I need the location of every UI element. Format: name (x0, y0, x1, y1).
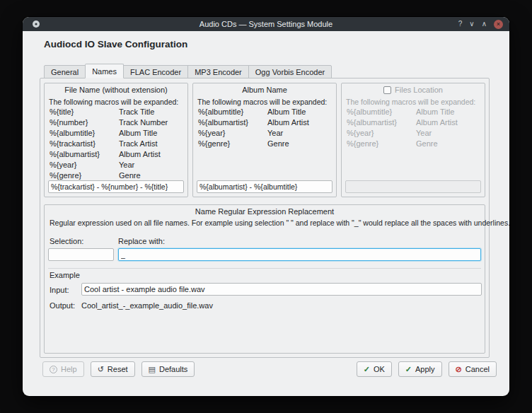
cancel-icon: ⊘ (456, 366, 462, 373)
apply-button[interactable]: ✓ Apply (398, 361, 442, 377)
titlebar: Audio CDs — System Settings Module ? ∨ ∧… (23, 17, 509, 31)
macro-desc: Album Artist (119, 149, 183, 160)
macro-name: %{year} (50, 160, 119, 170)
macro-row: %{albumtitle}Album Title (50, 128, 183, 139)
macro-row: %{year}Year (198, 128, 332, 139)
window-title: Audio CDs — System Settings Module (23, 20, 509, 28)
example-input-label: Input: (50, 286, 69, 294)
tab-mp3-encoder[interactable]: MP3 Encoder (187, 65, 249, 78)
files-location-checkbox[interactable] (383, 86, 391, 94)
cancel-button[interactable]: ⊘ Cancel (449, 361, 497, 377)
macro-row: %{genre}Genre (50, 170, 183, 181)
macro-row: %{number}Track Number (50, 117, 183, 128)
regex-replacement-group: Name Regular Expression Replacement Regu… (44, 204, 485, 354)
macro-name: %{trackartist} (50, 139, 119, 149)
selection-input[interactable] (48, 248, 114, 261)
ok-button[interactable]: ✓ OK (357, 361, 392, 377)
macro-row: %{year}Year (50, 160, 183, 170)
left-buttons: ? Help ↺ Reset ▤ Defaults (42, 361, 195, 377)
macro-list: %{title}Track Title %{number}Track Numbe… (50, 107, 183, 181)
macro-desc: Genre (416, 139, 480, 149)
tab-ogg-vorbis-encoder[interactable]: Ogg Vorbis Encoder (248, 65, 332, 78)
macro-list: %{albumtitle}Album Title %{albumartist}A… (347, 107, 480, 149)
macro-desc: Genre (119, 170, 183, 181)
macro-name: %{albumartist} (198, 117, 267, 128)
macro-desc: Album Title (416, 107, 480, 117)
macro-list: %{albumtitle}Album Title %{albumartist}A… (198, 107, 332, 149)
selection-label: Selection: (50, 237, 83, 245)
macro-row: %{albumtitle}Album Title (198, 107, 332, 117)
macro-row: %{title}Track Title (50, 107, 183, 117)
album-name-pattern-input[interactable] (197, 180, 332, 193)
files-location-pattern-input (345, 180, 481, 193)
tab-general[interactable]: General (44, 65, 86, 78)
help-icon: ? (50, 366, 57, 373)
file-name-group: File Name (without extension) The follow… (44, 83, 188, 197)
tab-bar: General Names FLAC Encoder MP3 Encoder O… (44, 64, 332, 78)
file-name-pattern-input[interactable] (48, 180, 184, 193)
macro-desc: Album Artist (267, 117, 332, 128)
tab-names[interactable]: Names (85, 64, 124, 78)
apply-button-label: Apply (415, 365, 435, 373)
macro-desc: Album Title (119, 128, 183, 139)
macro-name: %{albumtitle} (198, 107, 267, 117)
macro-desc: Track Number (119, 117, 183, 128)
macro-name: %{genre} (347, 139, 416, 149)
macro-row: %{genre}Genre (198, 139, 332, 149)
defaults-button[interactable]: ▤ Defaults (141, 361, 195, 377)
defaults-button-label: Defaults (159, 365, 187, 373)
document-revert-icon: ▤ (149, 366, 156, 373)
page-title: Audiocd IO Slave Configuration (44, 39, 187, 50)
tab-flac-encoder[interactable]: FLAC Encoder (123, 65, 188, 78)
album-name-group-title: Album Name (193, 86, 336, 94)
cancel-button-label: Cancel (466, 365, 490, 373)
file-name-group-title: File Name (without extension) (45, 86, 187, 94)
close-button[interactable]: × (494, 20, 503, 29)
reset-button-label: Reset (108, 365, 128, 373)
macro-name: %{title} (50, 107, 119, 117)
check-icon: ✓ (405, 366, 412, 373)
button-bar: ? Help ↺ Reset ▤ Defaults ✓ OK ✓ Apply ⊘ (42, 361, 497, 377)
example-label: Example (50, 271, 80, 279)
macro-row: %{albumtitle}Album Title (347, 107, 480, 117)
example-output-value: Cool_artist_-_example_audio_file.wav (81, 301, 213, 310)
macros-intro: The following macros will be expanded: (346, 98, 475, 106)
example-separator (48, 268, 481, 269)
right-buttons: ✓ OK ✓ Apply ⊘ Cancel (357, 361, 497, 377)
minimize-button[interactable]: ∨ (469, 21, 474, 28)
macro-name: %{albumartist} (50, 149, 119, 160)
macro-row: %{albumartist}Album Artist (198, 117, 332, 128)
macro-name: %{genre} (50, 170, 119, 181)
macro-desc: Year (416, 128, 480, 139)
macro-row: %{trackartist}Track Artist (50, 139, 183, 149)
macro-row: %{genre}Genre (347, 139, 480, 149)
macro-desc: Year (267, 128, 332, 139)
window-controls: ? ∨ ∧ × (458, 17, 503, 31)
macro-desc: Album Artist (416, 117, 480, 128)
files-location-group: Files Location The following macros will… (341, 83, 485, 197)
example-input-field[interactable] (81, 283, 482, 296)
macro-name: %{year} (347, 128, 416, 139)
macro-name: %{albumtitle} (50, 128, 119, 139)
ok-button-label: OK (374, 365, 385, 373)
macro-desc: Genre (267, 139, 332, 149)
help-button-label: Help (61, 365, 77, 373)
macro-row: %{year}Year (347, 128, 480, 139)
replace-with-label: Replace with: (118, 237, 165, 245)
macro-desc: Album Title (267, 107, 332, 117)
regex-description: Regular expression used on all file name… (50, 219, 509, 227)
macros-intro: The following macros will be expanded: (49, 98, 178, 106)
replace-with-input[interactable] (118, 248, 481, 261)
macro-name: %{albumartist} (347, 117, 416, 128)
reset-button[interactable]: ↺ Reset (91, 361, 135, 377)
settings-window: Audio CDs — System Settings Module ? ∨ ∧… (23, 17, 509, 396)
album-name-group: Album Name The following macros will be … (192, 83, 337, 197)
regex-group-title: Name Regular Expression Replacement (45, 207, 485, 216)
maximize-button[interactable]: ∧ (482, 21, 487, 28)
help-window-button[interactable]: ? (458, 21, 463, 28)
check-icon: ✓ (364, 366, 370, 373)
example-output-label: Output: (50, 301, 75, 310)
macro-desc: Track Artist (119, 139, 183, 149)
help-button[interactable]: ? Help (42, 361, 84, 377)
files-location-label: Files Location (395, 86, 443, 94)
